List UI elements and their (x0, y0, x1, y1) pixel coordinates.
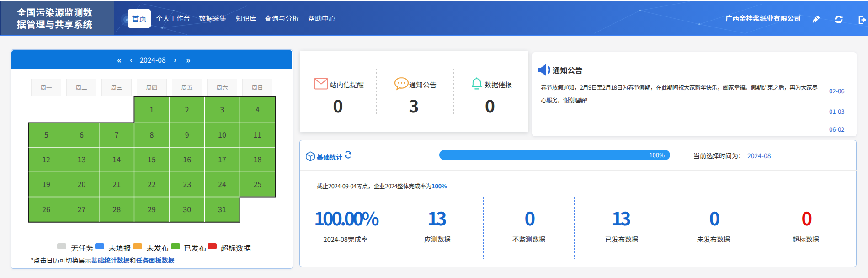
svg-text:19: 19 (42, 178, 50, 189)
svg-text:21: 21 (112, 178, 121, 189)
svg-text:27: 27 (78, 203, 86, 214)
svg-text:30: 30 (183, 203, 191, 214)
svg-text:1: 1 (149, 104, 154, 115)
svg-text:29: 29 (148, 203, 156, 214)
svg-text:4: 4 (256, 104, 260, 115)
svg-text:22: 22 (148, 178, 156, 189)
svg-text:31: 31 (218, 203, 226, 214)
svg-text:12: 12 (42, 154, 50, 165)
svg-text:13: 13 (78, 154, 86, 165)
svg-text:10: 10 (218, 129, 226, 140)
svg-text:11: 11 (253, 129, 261, 140)
svg-text:28: 28 (112, 203, 121, 214)
svg-text:24: 24 (218, 178, 226, 189)
svg-text:16: 16 (183, 154, 191, 165)
svg-text:14: 14 (112, 154, 121, 165)
svg-text:8: 8 (149, 129, 154, 140)
svg-text:17: 17 (218, 154, 226, 165)
svg-text:18: 18 (253, 154, 261, 165)
svg-text:25: 25 (253, 178, 261, 189)
svg-text:23: 23 (183, 178, 191, 189)
svg-text:5: 5 (44, 129, 48, 140)
svg-text:3: 3 (220, 104, 224, 115)
svg-text:7: 7 (115, 129, 119, 140)
svg-text:9: 9 (185, 129, 189, 140)
svg-text:15: 15 (148, 154, 156, 165)
svg-text:6: 6 (80, 129, 84, 140)
svg-text:20: 20 (78, 178, 86, 189)
svg-text:2: 2 (185, 104, 189, 115)
svg-text:26: 26 (42, 203, 50, 214)
